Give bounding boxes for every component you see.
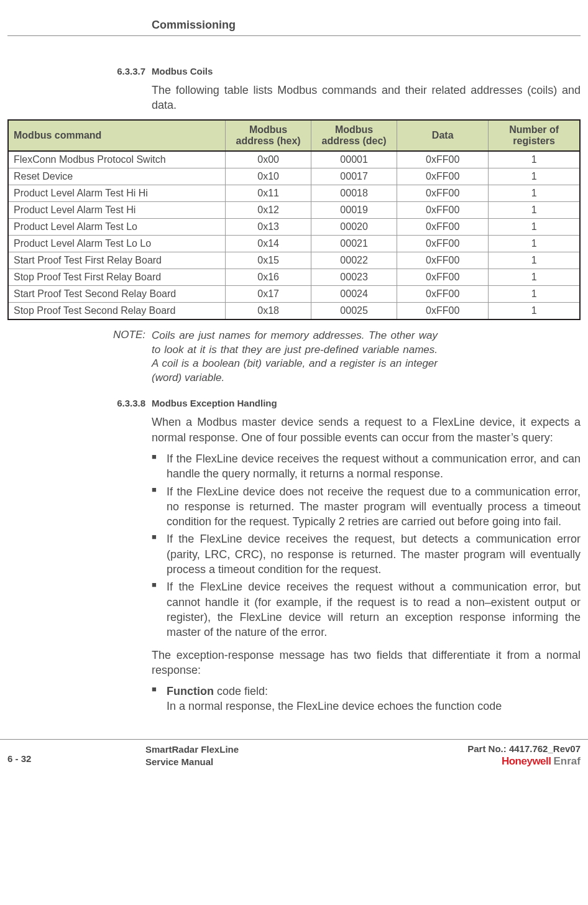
section-intro-text: The following table lists Modbus command… [152, 83, 581, 113]
part-number: Part No.: 4417.762_Rev07 [467, 743, 581, 754]
col-header-addr-hex: Modbus address (hex) [226, 120, 311, 151]
table-cell: Product Level Alarm Test Hi [8, 201, 226, 218]
function-body: In a normal response, the FlexLine devic… [167, 700, 502, 712]
table-cell: 0xFF00 [397, 151, 489, 168]
table-cell: 00024 [311, 285, 397, 302]
table-header-row: Modbus command Modbus address (hex) Modb… [8, 120, 580, 151]
col-header-registers: Number of registers [489, 120, 580, 151]
footer-title-line2: Service Manual [145, 756, 467, 768]
table-cell: Stop Proof Test Second Relay Board [8, 302, 226, 319]
list-item: Function code field: In a normal respons… [152, 684, 581, 714]
table-cell: 0xFF00 [397, 252, 489, 269]
list-item: If the FlexLine device receives the requ… [152, 451, 581, 482]
table-cell: 0xFF00 [397, 285, 489, 302]
note-block: NOTE: Coils are just names for memory ad… [7, 329, 581, 386]
table-cell: 0x10 [226, 168, 311, 185]
section-heading-6-3-3-7: 6.3.3.7 Modbus Coils [7, 66, 581, 76]
table-cell: 0x15 [226, 252, 311, 269]
table-row: Product Level Alarm Test Lo0x13000200xFF… [8, 218, 580, 235]
table-cell: 1 [489, 201, 580, 218]
table-cell: Stop Proof Test First Relay Board [8, 269, 226, 285]
table-cell: Start Proof Test First Relay Board [8, 252, 226, 269]
table-cell: 1 [489, 269, 580, 285]
col-header-command: Modbus command [8, 120, 226, 151]
table-cell: 00022 [311, 252, 397, 269]
table-cell: 1 [489, 185, 580, 201]
section-paragraph: When a Modbus master device sends a requ… [152, 415, 581, 445]
table-row: Product Level Alarm Test Hi0x12000190xFF… [8, 201, 580, 218]
table-cell: 00001 [311, 151, 397, 168]
table-cell: 0xFF00 [397, 269, 489, 285]
table-cell: 0xFF00 [397, 302, 489, 319]
table-cell: 0xFF00 [397, 185, 489, 201]
list-item: If the FlexLine device does not receive … [152, 484, 581, 530]
table-cell: 00023 [311, 269, 397, 285]
table-row: Start Proof Test First Relay Board0x1500… [8, 252, 580, 269]
table-cell: 1 [489, 235, 580, 252]
page-footer: 6 - 32 SmartRadar FlexLine Service Manua… [0, 739, 588, 769]
section-title: Modbus Exception Handling [152, 398, 277, 408]
table-cell: Reset Device [8, 168, 226, 185]
section-paragraph: The exception-response message has two f… [152, 648, 581, 678]
table-body: FlexConn Modbus Protocol Switch0x0000001… [8, 151, 580, 319]
table-cell: FlexConn Modbus Protocol Switch [8, 151, 226, 168]
table-cell: 0xFF00 [397, 168, 489, 185]
table-cell: 00020 [311, 218, 397, 235]
table-cell: 00017 [311, 168, 397, 185]
table-cell: 0xFF00 [397, 235, 489, 252]
col-header-data: Data [397, 120, 489, 151]
table-cell: 1 [489, 151, 580, 168]
col-header-addr-dec: Modbus address (dec) [311, 120, 397, 151]
table-cell: 1 [489, 302, 580, 319]
table-cell: 1 [489, 168, 580, 185]
table-cell: 1 [489, 218, 580, 235]
table-cell: 0x13 [226, 218, 311, 235]
table-cell: 0x12 [226, 201, 311, 218]
table-cell: 00019 [311, 201, 397, 218]
section-number: 6.3.3.7 [7, 66, 152, 76]
table-cell: 0x14 [226, 235, 311, 252]
page-number: 6 - 32 [7, 743, 145, 764]
footer-title: SmartRadar FlexLine Service Manual [145, 743, 467, 769]
note-text: Coils are just names for memory addresse… [152, 329, 438, 386]
table-row: Reset Device0x10000170xFF001 [8, 168, 580, 185]
table-cell: 0x11 [226, 185, 311, 201]
table-cell: 0x00 [226, 151, 311, 168]
table-cell: 00018 [311, 185, 397, 201]
section-heading-6-3-3-8: 6.3.3.8 Modbus Exception Handling [7, 398, 581, 408]
function-label: Function [167, 685, 214, 697]
table-cell: Product Level Alarm Test Lo Lo [8, 235, 226, 252]
table-cell: 1 [489, 285, 580, 302]
brand-logo: HoneywellEnraf [467, 755, 581, 768]
table-row: Stop Proof Test First Relay Board0x16000… [8, 269, 580, 285]
function-field-list: Function code field: In a normal respons… [152, 684, 581, 714]
brand-enraf: Enraf [554, 755, 581, 767]
note-label: NOTE: [7, 329, 152, 386]
table-row: Start Proof Test Second Relay Board0x170… [8, 285, 580, 302]
table-cell: Start Proof Test Second Relay Board [8, 285, 226, 302]
events-bullet-list: If the FlexLine device receives the requ… [152, 451, 581, 640]
section-number: 6.3.3.8 [7, 398, 152, 408]
table-row: Product Level Alarm Test Hi Hi0x11000180… [8, 185, 580, 201]
table-cell: 0x17 [226, 285, 311, 302]
brand-honeywell: Honeywell [502, 755, 551, 767]
table-row: FlexConn Modbus Protocol Switch0x0000001… [8, 151, 580, 168]
table-cell: 1 [489, 252, 580, 269]
table-cell: Product Level Alarm Test Lo [8, 218, 226, 235]
table-row: Stop Proof Test Second Relay Board0x1800… [8, 302, 580, 319]
page-header: Commissioning [7, 19, 581, 36]
table-cell: 00021 [311, 235, 397, 252]
table-row: Product Level Alarm Test Lo Lo0x14000210… [8, 235, 580, 252]
table-cell: 0xFF00 [397, 218, 489, 235]
list-item: If the FlexLine device receives the requ… [152, 579, 581, 640]
table-cell: 0xFF00 [397, 201, 489, 218]
footer-title-line1: SmartRadar FlexLine [145, 743, 467, 756]
table-cell: Product Level Alarm Test Hi Hi [8, 185, 226, 201]
function-rest: code field: [214, 685, 268, 697]
section-title: Modbus Coils [152, 66, 213, 76]
list-item: If the FlexLine device receives the requ… [152, 531, 581, 577]
chapter-title: Commissioning [152, 19, 581, 32]
table-cell: 0x16 [226, 269, 311, 285]
modbus-coils-table: Modbus command Modbus address (hex) Modb… [7, 119, 581, 320]
table-cell: 0x18 [226, 302, 311, 319]
